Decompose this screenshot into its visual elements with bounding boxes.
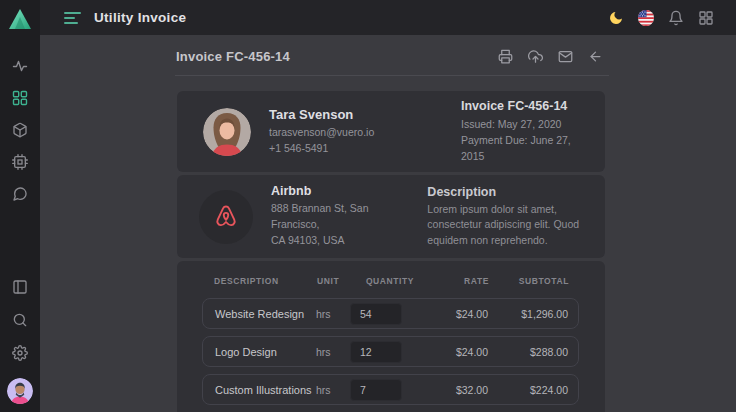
quantity-input[interactable]: [350, 341, 402, 363]
header-divider: [175, 75, 609, 76]
invoice-due: Payment Due: June 27, 2015: [461, 132, 583, 165]
invoice-header: Invoice FC-456-14: [175, 45, 609, 64]
gear-icon[interactable]: [12, 345, 28, 361]
client-card: Tara Svenson tarasvenson@vuero.io +1 546…: [177, 91, 605, 172]
company-address-1: 888 Brannan St, San Francisco,: [271, 201, 415, 233]
row-rate: $32.00: [428, 384, 488, 396]
top-navbar: Utility Invoice: [40, 0, 736, 35]
row-subtotal: $224.00: [488, 384, 568, 396]
client-email: tarasvenson@vuero.io: [269, 125, 374, 141]
table-row: Custom Illustrations hrs $32.00 $224.00: [202, 374, 579, 405]
bell-icon[interactable]: [667, 9, 684, 26]
row-rate: $24.00: [428, 308, 488, 320]
sidebar: [0, 0, 40, 412]
col-unit: UNIT: [317, 276, 351, 286]
company-name: Airbnb: [271, 184, 415, 198]
grid-icon[interactable]: [12, 90, 28, 106]
invoice-title: Invoice FC-456-14: [176, 49, 290, 64]
cloud-upload-icon[interactable]: [528, 49, 543, 64]
client-phone: +1 546-5491: [269, 141, 374, 157]
box-icon[interactable]: [12, 122, 28, 138]
chat-icon[interactable]: [12, 186, 28, 202]
menu-toggle-icon[interactable]: [64, 11, 81, 25]
activity-icon[interactable]: [12, 58, 28, 74]
table-header-row: DESCRIPTION UNIT QUANTITY RATE SUBTOTAL: [202, 274, 579, 298]
quantity-input[interactable]: [350, 303, 402, 325]
print-icon[interactable]: [498, 49, 513, 64]
us-flag-icon[interactable]: [637, 9, 654, 26]
apps-grid-icon[interactable]: [697, 9, 714, 26]
main-content: Invoice FC-456-14: [40, 35, 736, 412]
col-description: DESCRIPTION: [214, 276, 317, 286]
description-body: Lorem ipsum dolor sit amet, consectetur …: [427, 202, 585, 248]
mail-icon[interactable]: [558, 49, 573, 64]
app-logo-icon[interactable]: [8, 8, 32, 30]
moon-icon[interactable]: [607, 9, 624, 26]
table-row: Website Redesign hrs $24.00 $1,296.00: [202, 298, 579, 329]
invoice-number: Invoice FC-456-14: [461, 99, 583, 113]
page-heading: Utility Invoice: [94, 10, 186, 25]
description-title: Description: [427, 185, 585, 199]
items-table-card: DESCRIPTION UNIT QUANTITY RATE SUBTOTAL …: [177, 261, 605, 412]
row-unit: hrs: [316, 384, 350, 396]
search-icon[interactable]: [12, 312, 28, 328]
company-address-2: CA 94103, USA: [271, 233, 415, 249]
row-unit: hrs: [316, 346, 350, 358]
cpu-icon[interactable]: [12, 154, 28, 170]
invoice-issued: Issued: May 27, 2020: [461, 116, 583, 132]
client-avatar: [203, 108, 251, 156]
row-description: Logo Design: [215, 346, 316, 358]
arrow-left-icon[interactable]: [588, 49, 603, 64]
row-description: Website Redesign: [215, 308, 316, 320]
row-description: Custom Illustrations: [215, 384, 316, 396]
client-name: Tara Svenson: [269, 107, 374, 122]
col-quantity: QUANTITY: [351, 276, 429, 286]
row-subtotal: $1,296.00: [488, 308, 568, 320]
col-rate: RATE: [429, 276, 489, 286]
row-rate: $24.00: [428, 346, 488, 358]
table-row: Logo Design hrs $24.00 $288.00: [202, 336, 579, 367]
company-card: Airbnb 888 Brannan St, San Francisco, CA…: [177, 175, 605, 258]
panel-icon[interactable]: [12, 279, 28, 295]
row-subtotal: $288.00: [488, 346, 568, 358]
quantity-input[interactable]: [350, 379, 402, 401]
row-unit: hrs: [316, 308, 350, 320]
user-avatar[interactable]: [7, 378, 33, 404]
airbnb-logo-icon: [199, 190, 253, 244]
col-subtotal: SUBTOTAL: [489, 276, 569, 286]
